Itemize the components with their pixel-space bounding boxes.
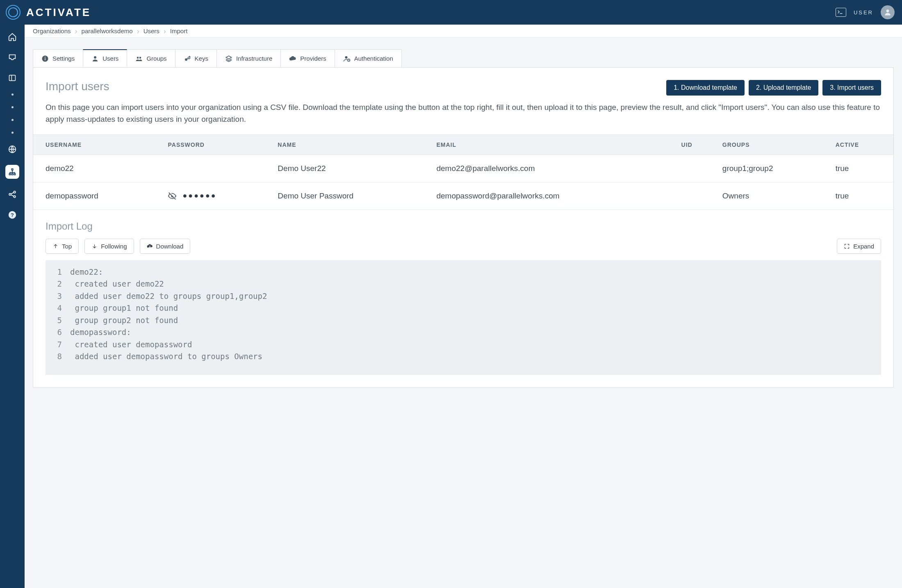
breadcrumb-item[interactable]: Organizations <box>33 27 71 34</box>
tab-label: Providers <box>300 55 326 62</box>
home-icon[interactable] <box>7 32 17 42</box>
help-icon[interactable]: ? <box>7 210 17 220</box>
col-uid: UID <box>676 134 717 155</box>
import-users-button[interactable]: 3. Import users <box>822 80 881 96</box>
log-following-button[interactable]: Following <box>84 239 134 254</box>
cell-name: Demo User22 <box>272 155 430 182</box>
svg-point-19 <box>137 57 139 59</box>
topbar-right: USER <box>836 5 895 19</box>
log-line-text: created user demo22 <box>70 278 164 290</box>
eye-off-icon[interactable] <box>168 191 177 201</box>
upload-template-button[interactable]: 2. Upload template <box>749 80 818 96</box>
col-username: USERNAME <box>33 134 162 155</box>
col-active: ACTIVE <box>830 134 893 155</box>
auth-icon <box>343 55 351 62</box>
table-row: demopassword ●●●●●● Demo User Password d… <box>33 182 893 210</box>
col-password: PASSWORD <box>162 134 272 155</box>
nav-dot-3[interactable] <box>11 119 14 121</box>
import-log-title: Import Log <box>33 210 893 239</box>
log-line-text: group group1 not found <box>70 302 178 314</box>
breadcrumb-item[interactable]: parallelworksdemo <box>82 27 133 34</box>
chevron-right-icon: › <box>137 27 139 35</box>
nav-dot-2[interactable] <box>11 106 14 108</box>
svg-point-22 <box>345 56 347 59</box>
log-line-number: 3 <box>54 290 70 302</box>
log-line-text: group group2 not found <box>70 315 178 326</box>
info-icon <box>41 55 49 62</box>
log-btn-label: Top <box>62 243 72 250</box>
org-icon[interactable] <box>5 165 19 179</box>
log-btn-label: Download <box>156 243 184 250</box>
cell-email: demopassword@parallelworks.com <box>430 182 675 210</box>
user-label[interactable]: USER <box>854 9 873 16</box>
svg-rect-7 <box>9 173 11 175</box>
svg-rect-16 <box>45 58 46 60</box>
import-log[interactable]: 1demo22:2 created user demo223 added use… <box>46 260 881 375</box>
main-content: Organizations › parallelworksdemo › User… <box>25 25 902 588</box>
cell-uid <box>676 182 717 210</box>
settings-share-icon[interactable] <box>7 189 17 199</box>
log-line-text: added user demo22 to groups group1,group… <box>70 290 267 302</box>
svg-point-18 <box>94 56 96 59</box>
tab-users[interactable]: Users <box>83 49 127 67</box>
tab-settings[interactable]: Settings <box>33 49 83 67</box>
svg-rect-8 <box>11 173 13 175</box>
tab-label: Infrastructure <box>236 55 272 62</box>
tab-authentication[interactable]: Authentication <box>335 49 402 67</box>
log-download-button[interactable]: Download <box>140 239 191 254</box>
col-name: NAME <box>272 134 430 155</box>
page-title: Import users <box>46 80 109 93</box>
log-line-text: added user demopassword to groups Owners <box>70 351 262 362</box>
cell-active: true <box>830 155 893 182</box>
download-template-button[interactable]: 1. Download template <box>666 80 745 96</box>
avatar[interactable] <box>881 5 895 19</box>
log-expand-button[interactable]: Expand <box>837 239 881 254</box>
tab-bar: Settings Users Groups Keys Infrastructur… <box>25 49 902 67</box>
left-nav-rail: ? <box>0 25 25 588</box>
group-icon <box>135 55 143 62</box>
log-top-button[interactable]: Top <box>46 239 79 254</box>
tab-keys[interactable]: Keys <box>175 49 217 67</box>
cell-password <box>162 155 272 182</box>
breadcrumb-item[interactable]: Users <box>144 27 159 34</box>
page-description: On this page you can import users into y… <box>33 96 893 134</box>
chevron-right-icon: › <box>75 27 77 35</box>
inbox-icon[interactable] <box>7 52 17 62</box>
nav-dot-1[interactable] <box>11 93 14 96</box>
expand-icon <box>844 243 850 249</box>
log-toolbar: Top Following Download Expand <box>33 239 893 260</box>
cell-email: demo22@parallelworks.com <box>430 155 675 182</box>
breadcrumb-item[interactable]: Import <box>170 27 188 34</box>
log-line-number: 6 <box>54 326 70 338</box>
tab-infrastructure[interactable]: Infrastructure <box>216 49 281 67</box>
tab-label: Keys <box>195 55 208 62</box>
log-line: 8 added user demopassword to groups Owne… <box>54 351 873 362</box>
nav-dot-4[interactable] <box>11 132 14 134</box>
terminal-button[interactable] <box>836 8 846 17</box>
tab-label: Authentication <box>354 55 393 62</box>
globe-icon[interactable] <box>7 144 17 154</box>
col-email: EMAIL <box>430 134 675 155</box>
tab-groups[interactable]: Groups <box>127 49 175 67</box>
log-line-number: 4 <box>54 302 70 314</box>
log-line-text: demo22: <box>70 266 103 278</box>
key-icon <box>184 55 191 62</box>
log-line: 2 created user demo22 <box>54 278 873 290</box>
tab-label: Users <box>102 55 118 62</box>
svg-rect-3 <box>9 75 16 80</box>
import-panel: Import users 1. Download template 2. Upl… <box>33 67 894 387</box>
log-btn-label: Expand <box>853 243 874 250</box>
cell-groups: group1;group2 <box>717 155 830 182</box>
log-btn-label: Following <box>101 243 127 250</box>
tab-providers[interactable]: Providers <box>280 49 335 67</box>
panel-icon[interactable] <box>7 73 17 83</box>
brand-logo-icon <box>5 4 21 21</box>
log-line: 6demopassword: <box>54 326 873 338</box>
log-line-text: demopassword: <box>70 326 131 338</box>
col-groups: GROUPS <box>717 134 830 155</box>
cell-active: true <box>830 182 893 210</box>
user-icon <box>91 55 99 62</box>
log-line: 4 group group1 not found <box>54 302 873 314</box>
svg-point-17 <box>45 57 46 57</box>
log-line: 7 created user demopassword <box>54 339 873 351</box>
